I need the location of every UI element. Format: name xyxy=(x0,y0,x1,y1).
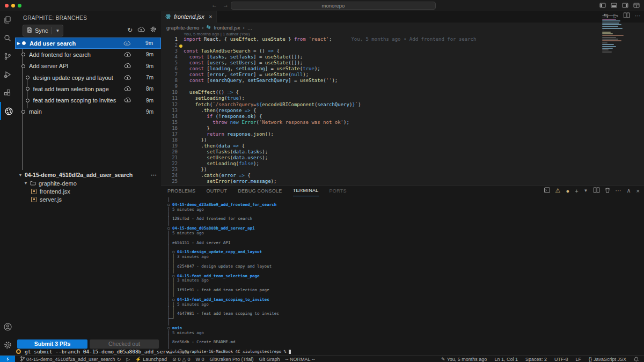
branch-status-item[interactable]: 04-15-demo_4510df2a_add_user_search ↻ xyxy=(20,356,121,362)
code-editor[interactable]: 1import React, { useEffect, useState } f… xyxy=(161,36,596,184)
code-line[interactable]: 24 .catch(error => { xyxy=(161,173,596,179)
branch-row[interactable]: feat add team scoping to invites9m xyxy=(15,94,161,106)
code-line[interactable]: 11 setLoading(true); xyxy=(161,95,596,101)
panel-tab-problems[interactable]: PROBLEMS xyxy=(167,186,195,196)
code-line[interactable]: 6 const [loading, setLoading] = useState… xyxy=(161,66,596,72)
source-control-icon[interactable] xyxy=(0,47,15,65)
new-terminal-icon[interactable]: + xyxy=(575,188,578,194)
breadcrumb-item[interactable]: … xyxy=(247,25,253,31)
problems-item[interactable]: ⊘0 △0 xyxy=(172,357,191,362)
graphite-icon[interactable] xyxy=(0,102,16,120)
toggle-secondary-sidebar-icon[interactable] xyxy=(622,2,628,9)
close-panel-icon[interactable]: × xyxy=(636,188,640,194)
w-counter-item[interactable]: W 0 xyxy=(195,357,204,362)
folder-row[interactable]: ▼ graphite-demo xyxy=(15,179,161,187)
toggle-panel-icon[interactable] xyxy=(611,2,617,9)
branch-row[interactable]: main9m xyxy=(15,106,161,117)
breadcrumb-item[interactable]: graphite-demo xyxy=(166,25,199,31)
code-line[interactable]: 17 return response.json(); xyxy=(161,131,596,137)
code-line[interactable]: 4 const [tasks, setTasks] = useState([])… xyxy=(161,54,596,60)
explorer-icon[interactable] xyxy=(0,11,15,29)
sync-button[interactable]: Sync ▼ xyxy=(23,25,63,36)
git-graph-item[interactable]: Git Graph xyxy=(259,357,280,362)
minimap[interactable] xyxy=(602,15,626,53)
branch-row[interactable]: feat add team selection page8m xyxy=(15,83,161,94)
panel-tab-ports[interactable]: PORTS xyxy=(330,186,347,196)
cloud-upload-icon[interactable] xyxy=(137,26,145,34)
breadcrumb-item[interactable]: frontend.jsx xyxy=(214,25,240,31)
code-line[interactable]: 20 setTasks(data.tasks); xyxy=(161,149,596,155)
customize-layout-icon[interactable] xyxy=(633,2,640,9)
terminal-dropdown-icon[interactable]: ▼ xyxy=(584,188,588,193)
chevron-down-icon[interactable]: ▼ xyxy=(18,173,23,178)
line-number: 1 xyxy=(161,36,178,42)
close-tab-icon[interactable]: × xyxy=(209,13,212,20)
command-center[interactable]: monorepo xyxy=(231,2,436,10)
toggle-primary-sidebar-icon[interactable] xyxy=(599,2,606,9)
branch-row[interactable]: Add server API9m xyxy=(15,61,161,72)
code-line[interactable]: 23 }) xyxy=(161,167,596,173)
run-debug-icon[interactable] xyxy=(0,65,15,84)
code-line[interactable]: 21 setUsers(data.users); xyxy=(161,155,596,161)
section-title[interactable]: 04-15-demo_4510df2a_add_user_search xyxy=(25,172,151,178)
cursor-position-item[interactable]: Ln 1, Col 1 xyxy=(494,357,518,362)
panel-tab-debug-console[interactable]: DEBUG CONSOLE xyxy=(238,186,282,196)
panel-more-icon[interactable]: ⋯ xyxy=(616,187,621,194)
gear-icon[interactable] xyxy=(150,26,157,34)
branch-row[interactable]: ▶Add user search9m xyxy=(15,38,161,49)
code-line[interactable]: 15 throw new Error('Network response was… xyxy=(161,120,596,125)
blame-status-item[interactable]: ✎ You, 5 months ago xyxy=(441,357,487,362)
code-line[interactable]: 22 setLoading(false); xyxy=(161,161,596,167)
language-mode-item[interactable]: {} JavaScript JSX xyxy=(589,357,626,362)
code-line[interactable]: 9 xyxy=(161,84,596,90)
code-line[interactable]: 13 .then(response => { xyxy=(161,108,596,114)
split-terminal-icon[interactable] xyxy=(594,187,599,194)
run-task-item[interactable]: ▷ xyxy=(126,357,130,362)
file-row[interactable]: frontend.jsx xyxy=(15,187,161,195)
code-line[interactable]: 16 } xyxy=(161,125,596,131)
code-line[interactable]: 7 const [error, setError] = useState(nul… xyxy=(161,72,596,78)
refresh-icon[interactable]: ↻ xyxy=(127,26,133,34)
extensions-icon[interactable] xyxy=(0,84,15,102)
more-actions-icon[interactable]: ⋯ xyxy=(635,12,641,19)
close-window-button[interactable] xyxy=(5,4,9,8)
search-icon[interactable] xyxy=(0,29,15,47)
code-line[interactable]: 8 const [searchQuery, setSearchQuery] = … xyxy=(161,78,596,84)
code-line[interactable]: 14 if (!response.ok) { xyxy=(161,114,596,120)
panel-tab-terminal[interactable]: TERMINAL xyxy=(293,186,319,196)
encoding-item[interactable]: UTF-8 xyxy=(554,357,568,362)
panel-tab-output[interactable]: OUTPUT xyxy=(206,186,227,196)
section-more-icon[interactable]: ⋯ xyxy=(151,172,157,179)
code-line[interactable]: 25 setError(error.message); xyxy=(161,179,596,184)
remote-indicator[interactable] xyxy=(0,356,15,362)
code-line[interactable]: 3const TaskAndUserSearch = () => { xyxy=(161,48,596,54)
notifications-bell-icon[interactable] xyxy=(634,357,639,362)
branch-row[interactable]: design update copy and layout7m xyxy=(15,72,161,83)
file-row[interactable]: server.js xyxy=(15,195,161,203)
back-icon[interactable]: ← xyxy=(211,2,217,8)
settings-gear-icon[interactable] xyxy=(0,336,15,354)
chevron-down-icon[interactable]: ▼ xyxy=(52,28,63,33)
launchpad-item[interactable]: ⚡ Launchpad xyxy=(135,357,167,362)
maximize-panel-icon[interactable]: ∧ xyxy=(627,187,631,194)
code-line[interactable]: 1import React, { useEffect, useState } f… xyxy=(161,36,596,42)
code-line[interactable]: 12 fetch(`/search?query=${encodeURICompo… xyxy=(161,102,596,108)
minimize-window-button[interactable] xyxy=(11,4,15,8)
branch-row[interactable]: Add frontend for search9m xyxy=(15,49,161,60)
code-line[interactable]: 19 .then(data => { xyxy=(161,143,596,149)
terminal-profile-icon[interactable] xyxy=(544,187,550,194)
code-line[interactable]: 10 useEffect(() => { xyxy=(161,90,596,95)
eol-item[interactable]: LF xyxy=(575,357,581,362)
indentation-item[interactable]: Spaces: 2 xyxy=(525,357,547,362)
gitkraken-item[interactable]: GitKraken Pro (Trial) xyxy=(209,357,253,362)
lightbulb-icon[interactable] xyxy=(179,45,182,48)
kill-terminal-icon[interactable] xyxy=(605,187,610,194)
tab-frontend-jsx[interactable]: frontend.jsx × xyxy=(161,11,217,23)
account-icon[interactable] xyxy=(0,317,15,336)
code-line[interactable]: 2 xyxy=(161,42,596,48)
zoom-window-button[interactable] xyxy=(18,4,21,8)
forward-icon[interactable]: → xyxy=(223,2,229,8)
code-line[interactable]: 5 const [users, setUsers] = useState([])… xyxy=(161,60,596,66)
terminal-output[interactable]: │○ 04-15-demo_d23a8be9_add_frontend_for_… xyxy=(167,198,634,354)
code-line[interactable]: 18 }) xyxy=(161,137,596,143)
